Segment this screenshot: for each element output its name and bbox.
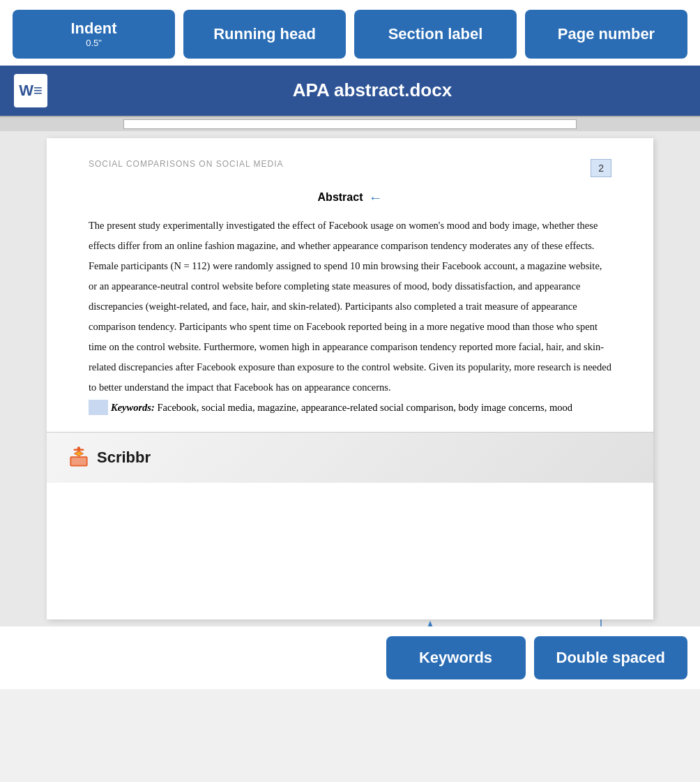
abstract-title-text: Abstract bbox=[318, 191, 363, 204]
double-spaced-button: Double spaced bbox=[534, 636, 687, 679]
page-number-label: Page number bbox=[525, 10, 687, 59]
svg-marker-17 bbox=[75, 451, 83, 456]
svg-marker-10 bbox=[427, 621, 434, 626]
svg-rect-14 bbox=[71, 458, 79, 465]
running-head-text: SOCIAL COMPARISONS ON SOCIAL MEDIA bbox=[89, 159, 284, 169]
section-label-arrow: ← bbox=[368, 190, 382, 206]
word-icon-text: W≡ bbox=[19, 82, 43, 100]
page-number-box: 2 bbox=[591, 159, 611, 177]
keywords-line: Keywords: Facebook, social media, magazi… bbox=[89, 398, 611, 418]
indent-label: Indent 0.5" bbox=[13, 10, 175, 59]
svg-point-19 bbox=[77, 446, 81, 450]
running-head-label: Running head bbox=[183, 10, 346, 59]
doc-page: SOCIAL COMPARISONS ON SOCIAL MEDIA 2 Abs… bbox=[47, 138, 653, 619]
section-label-btn: Section label bbox=[354, 10, 517, 59]
scribbr-area: Scribbr bbox=[47, 432, 653, 483]
word-title: APA abstract.docx bbox=[59, 80, 686, 101]
keywords-label: Keywords: bbox=[111, 402, 155, 413]
double-spaced-button-text: Double spaced bbox=[556, 649, 665, 666]
page-number-label-text: Page number bbox=[558, 25, 655, 43]
word-header: W≡ APA abstract.docx bbox=[0, 66, 700, 116]
svg-rect-15 bbox=[79, 458, 86, 465]
scribbr-icon bbox=[66, 445, 91, 470]
keywords-button: Keywords bbox=[386, 636, 526, 679]
running-head-label-text: Running head bbox=[213, 25, 316, 43]
keywords-indent-box bbox=[89, 400, 108, 415]
bottom-labels-row: Keywords Double spaced bbox=[0, 626, 700, 689]
scribbr-name: Scribbr bbox=[97, 449, 151, 467]
keywords-values: Facebook, social media, magazine, appear… bbox=[157, 402, 572, 413]
section-label-text: Section label bbox=[388, 25, 483, 43]
main-area: SOCIAL COMPARISONS ON SOCIAL MEDIA 2 Abs… bbox=[0, 131, 700, 626]
abstract-body: The present study experimentally investi… bbox=[89, 216, 611, 398]
keywords-button-text: Keywords bbox=[419, 649, 492, 666]
scribbr-logo: Scribbr bbox=[66, 445, 151, 470]
ruler-inner bbox=[123, 119, 577, 129]
abstract-title: Abstract ← bbox=[89, 190, 611, 206]
indent-sublabel: 0.5" bbox=[86, 38, 102, 49]
running-head-line: SOCIAL COMPARISONS ON SOCIAL MEDIA 2 bbox=[89, 159, 611, 177]
indent-label-text: Indent bbox=[71, 20, 117, 38]
top-labels-row: Indent 0.5" Running head Section label P… bbox=[0, 0, 700, 66]
word-icon: W≡ bbox=[14, 74, 47, 107]
ruler bbox=[0, 116, 700, 131]
